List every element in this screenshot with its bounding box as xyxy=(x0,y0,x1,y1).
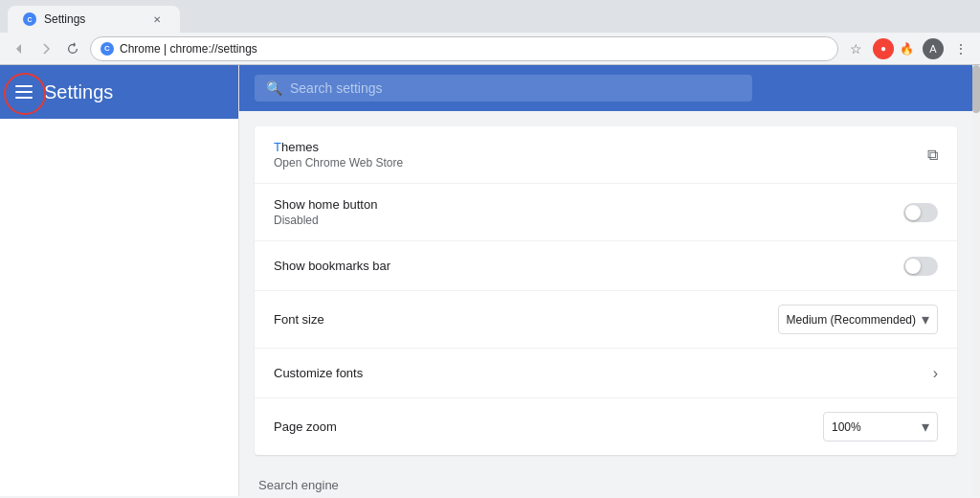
active-tab[interactable]: C Settings ✕ xyxy=(8,6,180,33)
font-size-title: Font size xyxy=(274,312,778,327)
chrome-menu-btn[interactable]: ⋮ xyxy=(949,37,972,60)
settings-content: 🔍 Themes Open Chrome Web Store xyxy=(239,65,972,496)
search-input[interactable] xyxy=(290,80,741,96)
toggle-knob xyxy=(905,205,921,220)
extension-icons: ● 🔥 xyxy=(873,38,917,59)
nav-icons xyxy=(8,37,84,60)
customize-fonts-action: › xyxy=(933,365,938,382)
scrollbar-thumb[interactable] xyxy=(972,65,980,113)
customize-fonts-chevron: › xyxy=(933,365,938,382)
browser-toolbar: C Chrome | chrome://settings ☆ ● 🔥 A ⋮ xyxy=(0,33,980,65)
show-bookmarks-action xyxy=(903,257,938,276)
font-size-action: Medium (Recommended) ▾ xyxy=(778,305,938,334)
show-bookmarks-row: Show bookmarks bar xyxy=(255,241,957,291)
hamburger-line-3 xyxy=(15,97,33,99)
themes-action: ⧉ xyxy=(927,147,938,164)
tab-bar: C Settings ✕ xyxy=(0,0,980,33)
settings-section: Themes Open Chrome Web Store ⧉ Show home… xyxy=(239,111,972,496)
site-favicon: C xyxy=(100,42,114,56)
themes-row[interactable]: Themes Open Chrome Web Store ⧉ xyxy=(255,126,957,184)
sidebar-title: Settings xyxy=(44,81,113,103)
hamburger-line-2 xyxy=(15,91,33,93)
ext-icon-2[interactable]: 🔥 xyxy=(896,38,917,59)
appearance-card: Themes Open Chrome Web Store ⧉ Show home… xyxy=(255,126,957,455)
tab-close-btn[interactable]: ✕ xyxy=(149,11,165,27)
show-bookmarks-toggle[interactable] xyxy=(903,257,938,276)
bookmark-star-btn[interactable]: ☆ xyxy=(844,37,867,60)
customize-fonts-row[interactable]: Customize fonts › xyxy=(255,349,957,398)
forward-btn[interactable] xyxy=(34,37,57,60)
back-btn[interactable] xyxy=(8,37,31,60)
font-size-value: Medium (Recommended) xyxy=(787,313,916,327)
themes-title: Themes xyxy=(274,140,927,154)
show-home-subtitle: Disabled xyxy=(274,214,903,227)
themes-t-letter: T xyxy=(274,140,281,154)
hamburger-menu-btn[interactable] xyxy=(15,85,33,99)
customize-fonts-title: Customize fonts xyxy=(274,366,933,380)
toggle-knob-2 xyxy=(905,259,921,274)
page-zoom-row: Page zoom 100% ▾ xyxy=(255,398,957,455)
scrollbar[interactable] xyxy=(972,65,980,496)
font-size-row: Font size Medium (Recommended) ▾ xyxy=(255,291,957,349)
search-engine-label: Search engine xyxy=(255,470,957,496)
sidebar: Settings xyxy=(0,65,239,496)
show-home-title: Show home button xyxy=(274,197,903,212)
external-link-icon[interactable]: ⧉ xyxy=(927,147,938,164)
font-size-dropdown[interactable]: Medium (Recommended) ▾ xyxy=(778,305,938,334)
browser-wrapper: C Settings ✕ C Chrome | chrome://setting… xyxy=(0,0,980,496)
page-zoom-dropdown-arrow: ▾ xyxy=(922,418,929,436)
sidebar-header: Settings xyxy=(0,65,238,119)
themes-content: Themes Open Chrome Web Store xyxy=(274,140,927,170)
page-zoom-action: 100% ▾ xyxy=(823,412,938,441)
tab-label: Settings xyxy=(44,12,142,26)
page-zoom-dropdown[interactable]: 100% ▾ xyxy=(823,412,938,441)
hamburger-line-1 xyxy=(15,85,33,87)
search-bar: 🔍 xyxy=(239,65,972,111)
themes-subtitle: Open Chrome Web Store xyxy=(274,156,927,170)
tab-favicon: C xyxy=(23,12,36,26)
page-zoom-content: Page zoom xyxy=(274,419,823,434)
show-home-action xyxy=(903,203,938,222)
customize-fonts-content: Customize fonts xyxy=(274,366,933,380)
show-home-content: Show home button Disabled xyxy=(274,197,903,227)
show-bookmarks-content: Show bookmarks bar xyxy=(274,259,903,273)
page-zoom-value: 100% xyxy=(832,420,861,434)
ext-icon-1[interactable]: ● xyxy=(873,38,894,59)
address-bar[interactable]: C Chrome | chrome://settings xyxy=(90,36,838,61)
font-size-content: Font size xyxy=(274,312,778,327)
font-size-dropdown-arrow: ▾ xyxy=(922,310,929,328)
show-home-toggle[interactable] xyxy=(903,203,938,222)
show-bookmarks-title: Show bookmarks bar xyxy=(274,259,903,273)
profile-avatar[interactable]: A xyxy=(923,38,944,59)
show-home-button-row: Show home button Disabled xyxy=(255,184,957,241)
search-icon: 🔍 xyxy=(266,80,282,96)
page-zoom-title: Page zoom xyxy=(274,419,823,434)
address-text: Chrome | chrome://settings xyxy=(120,42,828,56)
main-layout: Settings 🔍 Themes xyxy=(0,65,980,496)
reload-btn[interactable] xyxy=(61,37,84,60)
search-wrapper: 🔍 xyxy=(255,75,752,102)
